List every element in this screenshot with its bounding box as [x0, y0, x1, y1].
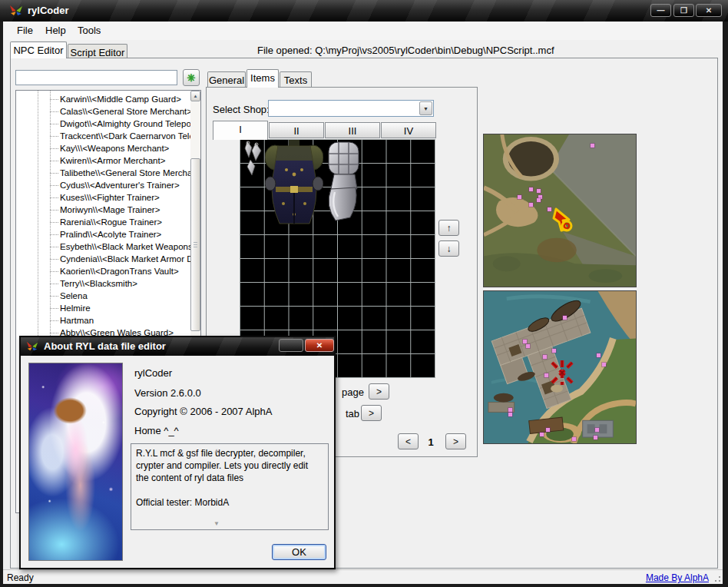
ok-button[interactable]: OK [272, 544, 326, 560]
about-angel-artwork [28, 363, 123, 561]
shop-select-combobox[interactable]: ▼ [268, 100, 434, 117]
combo-dropdown-button[interactable]: ▼ [419, 101, 432, 115]
arrow-down-icon: ↓ [447, 244, 452, 254]
window-title: rylCoder [28, 5, 68, 16]
harbor-map-view[interactable] [483, 290, 637, 444]
tab-items[interactable]: Items [247, 69, 279, 88]
arrow-left-icon: < [405, 436, 411, 447]
arrow-right-icon: > [453, 436, 458, 447]
about-dialog: About RYL data file editor ✕ rylCoder Ve… [19, 336, 336, 569]
about-copyright: Copyright © 2006 - 2007 AlphA [134, 406, 272, 417]
menu-file[interactable]: File [17, 25, 33, 36]
shop-tab-2[interactable]: II [269, 122, 324, 138]
npc-position-marker [526, 344, 530, 348]
about-description-textbox[interactable]: R.Y.L mcf & gsf file decrypter, decompil… [131, 443, 329, 530]
npc-search-input[interactable] [15, 70, 177, 85]
npc-position-marker [508, 413, 512, 416]
about-home-link[interactable]: Home ^_^ [134, 425, 179, 436]
close-button[interactable]: ✕ [696, 4, 722, 17]
npc-position-marker [529, 203, 533, 207]
scroll-up-icon[interactable]: ▲ [213, 447, 221, 454]
menu-tools[interactable]: Tools [78, 25, 101, 36]
npc-position-marker [523, 340, 527, 343]
title-bar[interactable]: rylCoder — ❐ ✕ [0, 0, 728, 22]
next-page-nav-button[interactable]: > [445, 433, 466, 449]
npc-position-marker [540, 433, 544, 436]
maximize-button[interactable]: ❐ [673, 4, 694, 17]
tree-item[interactable]: Kuses\\\<Fighter Trainer> [16, 191, 190, 204]
about-dialog-title-bar[interactable]: About RYL data file editor ✕ [21, 337, 334, 356]
arrow-up-icon: ↑ [447, 223, 452, 234]
next-tab-button[interactable]: > [361, 405, 382, 421]
tree-item[interactable]: Cydus\\<Adventurer's Trainer> [16, 179, 190, 191]
tab-label: tab [346, 408, 359, 420]
prev-page-nav-button[interactable]: < [398, 433, 419, 449]
resize-grip[interactable] [712, 573, 721, 582]
tree-item[interactable]: Rarenia\\<Rogue Trainer> [16, 216, 190, 228]
tree-item[interactable]: Dwigot\\<Almighty Ground Teleport [16, 118, 190, 130]
tree-item[interactable]: Kwiren\\<Armor Merchant> [16, 154, 190, 167]
selected-npc-arrow-marker [551, 207, 577, 234]
tree-item[interactable]: Terry\\<Blacksmith> [16, 277, 190, 290]
tree-item[interactable]: Hartman [16, 314, 190, 327]
tree-item[interactable]: Moriwyn\\<Mage Trainer> [16, 204, 190, 216]
chevron-down-icon: ▼ [423, 106, 429, 111]
npc-position-marker [529, 187, 533, 191]
item-gauntlet [324, 141, 362, 223]
scroll-thumb[interactable] [190, 158, 200, 331]
tree-item[interactable]: Calas\\<General Store Merchant> [16, 105, 190, 118]
tree-item[interactable]: Pralind\\<Acolyte Trainer> [16, 228, 190, 240]
npc-position-marker [537, 198, 541, 202]
npc-position-marker [508, 408, 512, 412]
npc-position-marker [602, 363, 606, 366]
terrain-map-view[interactable] [483, 134, 637, 287]
locate-npc-button[interactable]: ✳ [183, 69, 200, 86]
tree-item[interactable]: Esybeth\\<Black Market Weapons I [16, 240, 190, 253]
app-window: rylCoder — ❐ ✕ File Help Tools NPC Edito… [0, 0, 728, 587]
menu-help[interactable]: Help [45, 25, 66, 36]
tree-item[interactable]: Kaorien\\<DragonTrans Vault> [16, 265, 190, 277]
tree-item[interactable]: Helmire [16, 302, 190, 314]
tree-item[interactable]: Cyndenia\\<Black Market Armor De [16, 253, 190, 265]
tree-item[interactable]: Karwin\\<Middle Camp Guard> [16, 93, 190, 105]
npc-position-marker [518, 195, 521, 199]
tree-item[interactable]: Trackcent\\<Dark Caernarvon Tele [16, 130, 190, 142]
move-down-button[interactable]: ↓ [438, 240, 459, 257]
npc-position-marker [552, 349, 556, 353]
dialog-close-button[interactable]: ✕ [305, 339, 334, 352]
npc-position-marker [544, 373, 548, 377]
app-logo-icon [26, 340, 38, 353]
npc-position-marker [548, 207, 551, 211]
npc-position-marker [546, 428, 550, 432]
arrow-right-icon: > [376, 386, 382, 397]
shop-tab-4[interactable]: IV [381, 122, 436, 138]
about-app-name: rylCoder [134, 367, 172, 379]
about-version: Version 2.6.0.0 [134, 387, 201, 399]
shop-tab-1[interactable]: I [213, 121, 268, 140]
tree-item[interactable]: Kay\\\<Weapons Merchant> [16, 142, 190, 154]
next-page-button[interactable]: > [369, 383, 389, 400]
scroll-up-button[interactable]: ▲ [190, 91, 200, 101]
npc-position-marker [594, 436, 597, 439]
tree-item[interactable]: Talibethe\\<General Store Merchan [16, 167, 190, 179]
npc-tree-items: Karwin\\<Middle Camp Guard>Calas\\<Gener… [16, 93, 190, 339]
made-by-link[interactable]: Made By AlphA [646, 572, 709, 583]
dialog-blank-button[interactable] [279, 339, 303, 352]
status-text: Ready [7, 572, 34, 583]
npc-position-marker [543, 355, 547, 359]
tree-item[interactable]: Selena [16, 290, 190, 302]
minimize-button[interactable]: — [650, 4, 671, 17]
tab-general[interactable]: General [207, 71, 246, 87]
locate-icon: ✳ [187, 72, 196, 84]
scroll-down-icon[interactable]: ▼ [213, 520, 221, 527]
tab-npc-editor[interactable]: NPC Editor [10, 41, 67, 58]
selected-npc-cross-marker [549, 360, 575, 386]
about-dialog-title: About RYL data file editor [44, 340, 166, 352]
page-label: page [342, 386, 364, 398]
shop-tab-3[interactable]: III [325, 122, 380, 138]
npc-position-marker [595, 428, 599, 432]
move-up-button[interactable]: ↑ [438, 220, 459, 236]
item-throwing-daggers [242, 141, 266, 176]
tab-texts[interactable]: Texts [280, 71, 312, 87]
tab-script-editor[interactable]: Script Editor [68, 44, 127, 58]
